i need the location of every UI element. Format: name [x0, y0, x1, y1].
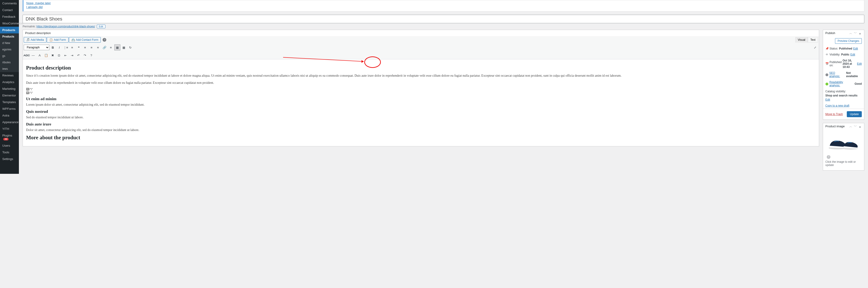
sidebar-subitem-categories[interactable]: egories — [0, 46, 19, 53]
bold-button[interactable]: B — [50, 44, 56, 50]
caret-up-icon[interactable]: ▴ — [858, 124, 862, 128]
align-left-button[interactable]: ≡ — [82, 44, 88, 50]
numbered-list-button[interactable]: ≡ — [69, 44, 75, 50]
sidebar-item-plugins[interactable]: Plugins 20 — [0, 132, 19, 142]
caret-up-icon[interactable]: ▴ — [858, 31, 862, 35]
sidebar-item-comments[interactable]: Comments — [0, 0, 19, 7]
content-h3-duis: Duis aute irure — [26, 122, 816, 127]
sidebar-item-elementor[interactable]: Elementor — [0, 92, 19, 99]
published-edit-link[interactable]: Edit — [857, 62, 862, 65]
hr-button[interactable]: — — [30, 52, 36, 58]
text-tab[interactable]: Text — [808, 37, 818, 43]
visual-tab[interactable]: Visual — [795, 37, 808, 43]
editor-label: Product description — [25, 31, 51, 35]
notice-link-nope[interactable]: Nope, maybe later — [26, 1, 861, 5]
undo-button[interactable]: ↶ — [75, 52, 82, 58]
contact-icon: 📇 — [71, 38, 75, 41]
link-button[interactable]: 🔗 — [101, 44, 107, 50]
sidebar-item-reviews[interactable]: Reviews — [0, 72, 19, 79]
strike-button[interactable]: ABC — [24, 52, 30, 58]
bullet-list-button[interactable]: ⋮≡ — [63, 44, 69, 50]
sidebar-item-feedback[interactable]: Feedback — [0, 13, 19, 20]
keyboard-help-button[interactable]: ? — [88, 52, 94, 58]
main-content: Nope, maybe later I already did Permalin… — [19, 0, 868, 174]
sidebar-item-settings[interactable]: Settings — [0, 156, 19, 162]
editor-body[interactable]: Product description Since it\'s creation… — [23, 60, 819, 146]
clear-format-button[interactable]: ✖ — [50, 52, 56, 58]
content-p5: Dolor sit amet, consectetur adipisicing … — [26, 128, 816, 132]
sidebar-item-appearance[interactable]: Appearance — [0, 119, 19, 125]
special-char-button[interactable]: Ω — [56, 52, 62, 58]
outdent-button[interactable]: ⇤ — [62, 52, 68, 58]
table-button[interactable]: ▦ — [121, 44, 127, 50]
indent-button[interactable]: ⇥ — [69, 52, 75, 58]
admin-notice: Nope, maybe later I already did — [23, 0, 864, 11]
catalog-edit-link[interactable]: Edit — [825, 98, 862, 101]
product-image-box: Product image ︿ ﹀ ▴ — [823, 123, 864, 171]
form-icon: 📋 — [49, 38, 53, 41]
readability-link[interactable]: Readability analysis: — [829, 80, 854, 87]
content-p4: Sed do eiusmod tempor incididunt ut labo… — [26, 115, 816, 120]
toolbar-toggle-button[interactable]: ▦ — [114, 44, 120, 50]
sidebar-subitem-products[interactable]: Products — [0, 33, 19, 40]
add-media-button[interactable]: 🎵Add Media — [24, 37, 46, 43]
paste-text-button[interactable]: 📋 — [43, 52, 49, 58]
chevron-up-icon[interactable]: ︿ — [849, 124, 852, 128]
music-note-icon: 🎵 — [26, 38, 30, 41]
permalink-url[interactable]: https://derdragon.com/product/dnk-black-… — [36, 25, 95, 28]
sidebar-item-contact[interactable]: Contact — [0, 7, 19, 13]
sidebar-item-yith[interactable]: YITH — [0, 125, 19, 132]
sidebar-item-astra[interactable]: Astra — [0, 112, 19, 119]
chevron-down-icon[interactable]: ﹀ — [854, 31, 857, 35]
content-p1: Since it\'s creation lorem ipsum dolor s… — [26, 73, 816, 78]
sidebar-subitem-add-new[interactable]: d New — [0, 40, 19, 46]
align-center-button[interactable]: ≡ — [89, 44, 95, 50]
content-p2: Duis aute irure dolor in reprehenderit i… — [26, 80, 816, 85]
sidebar-item-analytics[interactable]: Analytics — [0, 79, 19, 85]
add-contact-form-button[interactable]: 📇Add Contact Form — [69, 37, 101, 43]
help-icon[interactable]: ? — [102, 38, 106, 42]
shoe-icon — [828, 134, 860, 153]
chevron-up-icon[interactable]: ︿ — [849, 31, 852, 35]
quote-button[interactable]: ❝ — [75, 44, 82, 50]
format-select[interactable]: Paragraph — [24, 45, 49, 50]
sidebar-subitem-attributes[interactable]: ributes — [0, 59, 19, 66]
refresh-button[interactable]: ↻ — [127, 44, 133, 50]
add-form-button[interactable]: 📋Add Form — [47, 37, 68, 43]
broken-image-2: 🖼\"\" — [26, 91, 816, 95]
fullscreen-button[interactable]: ⤢ — [812, 44, 818, 50]
sidebar-item-tools[interactable]: Tools — [0, 149, 19, 156]
preview-changes-button[interactable]: Preview Changes — [835, 38, 862, 44]
chevron-down-icon[interactable]: ﹀ — [854, 124, 857, 128]
text-color-button[interactable]: A — [37, 52, 43, 58]
permalink-edit-button[interactable]: Edit — [97, 25, 105, 28]
product-title-input[interactable] — [23, 15, 864, 23]
sidebar-item-marketing[interactable]: Marketing — [0, 85, 19, 92]
content-h3-utenim: Ut enim ad minim — [26, 97, 816, 101]
editor-postbox: Product description 🎵Add Media 📋Add Form… — [23, 30, 819, 146]
sidebar-item-wpforms[interactable]: WPForms — [0, 105, 19, 112]
product-image-thumbnail[interactable] — [825, 132, 862, 155]
sidebar-subitem-tags[interactable]: gs — [0, 53, 19, 59]
read-more-button[interactable]: ≡ — [108, 44, 114, 50]
help-icon[interactable]: ? — [827, 155, 830, 159]
notice-link-already[interactable]: I already did — [26, 5, 861, 9]
status-edit-link[interactable]: Edit — [853, 47, 858, 50]
sidebar-item-products[interactable]: Products — [0, 27, 19, 33]
sidebar-subitem-reviews[interactable]: iews — [0, 66, 19, 72]
move-to-trash-link[interactable]: Move to Trash — [825, 113, 843, 116]
readability-icon: ⬤ — [825, 82, 828, 85]
visibility-edit-link[interactable]: Edit — [850, 53, 855, 56]
sidebar-item-woocommerce[interactable]: WooCommerce — [0, 20, 19, 27]
sidebar-item-users[interactable]: Users — [0, 142, 19, 149]
content-h2-more: More about the product — [26, 135, 816, 141]
italic-button[interactable]: I — [56, 44, 62, 50]
seo-analysis-link[interactable]: SEO analysis: — [829, 71, 845, 78]
redo-button[interactable]: ↷ — [82, 52, 88, 58]
align-right-button[interactable]: ≡ — [95, 44, 101, 50]
permalink-label: Permalink: — [23, 25, 36, 28]
sidebar-item-templates[interactable]: Templates — [0, 99, 19, 105]
publish-box: Publish ︿ ﹀ ▴ Preview Changes 📌Status: P… — [823, 30, 864, 120]
copy-draft-link[interactable]: Copy to a new draft — [825, 104, 849, 107]
update-button[interactable]: Update — [847, 111, 862, 117]
